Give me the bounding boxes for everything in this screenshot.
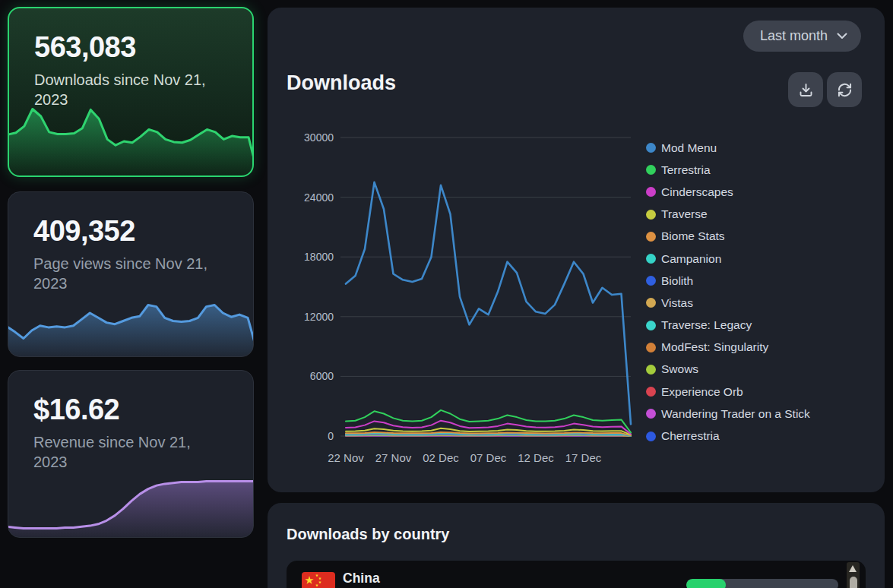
legend-label: Swows — [661, 362, 698, 376]
legend-dot — [646, 187, 656, 197]
legend-dot — [646, 365, 656, 375]
legend-label: Terrestria — [661, 163, 711, 177]
legend-dot — [646, 210, 656, 220]
scrollbar-thumb[interactable] — [850, 577, 857, 588]
downloads-total: 563,083 — [9, 8, 252, 64]
page-views-total-label: Page views since Nov 21, 2023 — [8, 248, 253, 293]
legend-item[interactable]: Traverse: Legacy — [646, 315, 810, 337]
download-icon — [798, 82, 814, 98]
svg-text:02 Dec: 02 Dec — [423, 451, 459, 464]
country-list-scrollbar[interactable] — [847, 562, 860, 588]
country-panel-title: Downloads by country — [287, 526, 449, 543]
scrollbar-up-arrow[interactable] — [849, 565, 857, 572]
country-progress-bar — [686, 579, 838, 588]
svg-text:24000: 24000 — [304, 191, 334, 204]
legend-item[interactable]: Experience Orb — [646, 381, 810, 403]
legend-dot — [646, 321, 656, 330]
legend-item[interactable]: Biolith — [646, 270, 810, 292]
svg-text:18000: 18000 — [304, 251, 334, 263]
svg-text:0: 0 — [328, 430, 334, 442]
legend-label: Biolith — [661, 274, 693, 288]
svg-text:12 Dec: 12 Dec — [518, 451, 554, 464]
legend-dot — [646, 254, 656, 264]
legend-label: Cinderscapes — [661, 185, 733, 199]
legend-dot — [646, 143, 656, 153]
svg-text:12000: 12000 — [304, 311, 334, 323]
legend-label: Mod Menu — [661, 141, 717, 155]
legend-label: Vistas — [661, 296, 693, 310]
legend-item[interactable]: Campanion — [646, 248, 810, 270]
legend-item[interactable]: ModFest: Singularity — [646, 337, 810, 359]
legend-label: Experience Orb — [661, 385, 743, 399]
legend-dot — [646, 432, 656, 441]
chevron-down-icon — [837, 33, 847, 40]
country-row-china: China — [287, 561, 866, 588]
legend-label: Biome Stats — [661, 229, 725, 243]
legend-dot — [646, 343, 656, 352]
page-views-sparkline — [8, 302, 254, 356]
revenue-total-label: Revenue since Nov 21, 2023 — [8, 426, 253, 472]
stat-card-page-views[interactable]: 409,352 Page views since Nov 21, 2023 — [8, 191, 254, 357]
svg-text:22 Nov: 22 Nov — [328, 451, 364, 464]
revenue-sparkline — [8, 478, 254, 537]
legend-dot — [646, 165, 656, 175]
legend-label: Traverse: Legacy — [661, 318, 752, 332]
legend-dot — [646, 387, 656, 397]
legend-item[interactable]: Cinderscapes — [646, 181, 810, 203]
legend-dot — [646, 409, 656, 419]
country-progress-fill — [686, 579, 726, 588]
svg-text:07 Dec: 07 Dec — [470, 451, 507, 464]
legend-label: Cherrestria — [661, 429, 720, 443]
svg-text:27 Nov: 27 Nov — [375, 451, 412, 464]
date-range-label: Last month — [760, 28, 828, 44]
export-csv-button[interactable] — [788, 72, 823, 107]
country-name: China — [343, 571, 380, 586]
legend-dot — [646, 276, 656, 286]
downloads-chart: 060001200018000240003000022 Nov27 Nov02 … — [296, 122, 646, 475]
downloads-panel: Last month Downloads 0 — [268, 8, 885, 492]
stat-card-downloads[interactable]: 563,083 Downloads since Nov 21, 2023 — [8, 7, 254, 177]
date-range-selector[interactable]: Last month — [743, 21, 861, 52]
country-list: China — [287, 561, 866, 588]
downloads-total-label: Downloads since Nov 21, 2023 — [9, 64, 252, 109]
legend-label: Campanion — [661, 252, 721, 266]
svg-text:30000: 30000 — [304, 131, 334, 144]
svg-text:6000: 6000 — [310, 370, 334, 382]
chart-legend: Mod MenuTerrestriaCinderscapesTraverseBi… — [646, 137, 810, 447]
stat-card-revenue[interactable]: $16.62 Revenue since Nov 21, 2023 — [8, 370, 254, 538]
china-flag-icon — [302, 572, 335, 588]
page-views-total: 409,352 — [8, 192, 253, 248]
legend-label: Wandering Trader on a Stick — [661, 407, 810, 421]
legend-item[interactable]: Vistas — [646, 292, 810, 314]
legend-item[interactable]: Biome Stats — [646, 226, 810, 248]
analytics-page: 563,083 Downloads since Nov 21, 2023 409… — [0, 0, 893, 588]
downloads-panel-title: Downloads — [287, 71, 396, 95]
downloads-sparkline — [9, 106, 254, 175]
legend-item[interactable]: Traverse — [646, 204, 810, 226]
legend-dot — [646, 298, 656, 308]
svg-text:17 Dec: 17 Dec — [565, 451, 602, 464]
legend-item[interactable]: Swows — [646, 359, 810, 381]
legend-label: ModFest: Singularity — [661, 340, 768, 354]
legend-item[interactable]: Mod Menu — [646, 137, 810, 159]
revenue-total: $16.62 — [8, 371, 253, 426]
refresh-button[interactable] — [827, 72, 862, 107]
refresh-icon — [837, 82, 853, 98]
legend-item[interactable]: Terrestria — [646, 159, 810, 181]
legend-dot — [646, 232, 656, 242]
legend-label: Traverse — [661, 207, 708, 221]
country-panel: Downloads by country China — [268, 503, 885, 588]
legend-item[interactable]: Cherrestria — [646, 425, 810, 447]
legend-item[interactable]: Wandering Trader on a Stick — [646, 403, 810, 425]
